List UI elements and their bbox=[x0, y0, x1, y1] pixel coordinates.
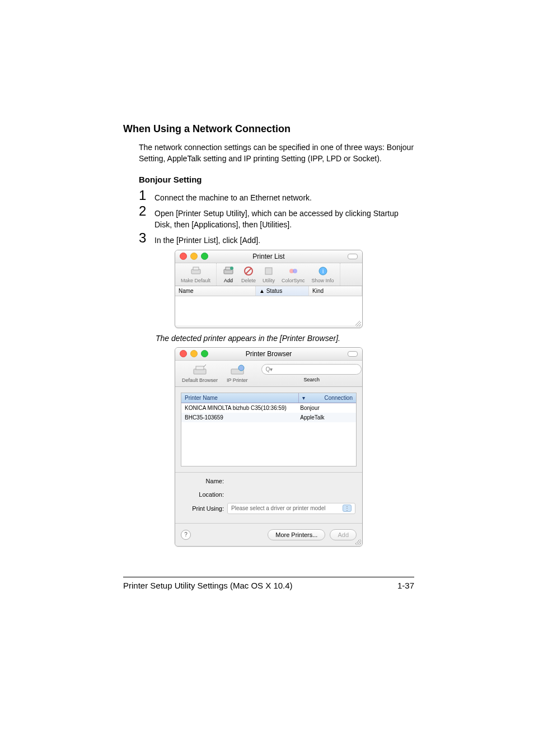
step-text: Open [Printer Setup Utility], which can … bbox=[154, 204, 414, 231]
more-printers-button[interactable]: More Printers... bbox=[268, 529, 325, 540]
svg-rect-7 bbox=[265, 268, 272, 274]
print-using-select[interactable]: Please select a driver or printer model … bbox=[227, 503, 355, 514]
toolbar-toggle-icon[interactable] bbox=[348, 351, 358, 357]
utility-icon bbox=[263, 265, 275, 277]
toolbar-toggle-icon[interactable] bbox=[348, 254, 358, 259]
resize-grip-icon[interactable] bbox=[355, 321, 361, 326]
search-label: Search bbox=[303, 377, 320, 382]
name-field bbox=[227, 476, 355, 486]
figure-caption: The detected printer appears in the [Pri… bbox=[156, 334, 414, 343]
add-button[interactable]: Add bbox=[219, 264, 238, 284]
col-kind[interactable]: Kind bbox=[309, 286, 362, 296]
delete-icon bbox=[242, 265, 255, 277]
col-status[interactable]: ▲ Status bbox=[256, 286, 309, 296]
col-name[interactable]: Name bbox=[175, 286, 256, 296]
colorsync-icon bbox=[287, 265, 299, 277]
help-button[interactable]: ? bbox=[181, 530, 191, 540]
svg-point-4 bbox=[230, 267, 233, 270]
section-heading: When Using a Network Connection bbox=[123, 123, 414, 135]
add-printer-icon bbox=[222, 265, 235, 277]
make-default-button[interactable]: Make Default bbox=[177, 264, 214, 284]
zoom-icon[interactable] bbox=[201, 350, 208, 357]
step-number: 3 bbox=[139, 231, 154, 245]
titlebar: Printer Browser bbox=[175, 348, 362, 361]
step-number: 1 bbox=[139, 189, 154, 202]
svg-point-9 bbox=[293, 269, 297, 273]
table-header: Name ▲ Status Kind bbox=[175, 286, 362, 296]
colorsync-button[interactable]: ColorSync bbox=[278, 264, 308, 284]
titlebar: Printer List bbox=[175, 250, 362, 263]
name-label: Name: bbox=[182, 478, 224, 484]
printer-icon bbox=[190, 265, 202, 277]
show-info-button[interactable]: i Show Info bbox=[308, 264, 338, 284]
list-item[interactable]: BHC35-103659 AppleTalk bbox=[181, 413, 356, 422]
resize-grip-icon[interactable] bbox=[355, 539, 361, 545]
add-button[interactable]: Add bbox=[330, 529, 357, 540]
location-label: Location: bbox=[182, 491, 224, 498]
close-icon[interactable] bbox=[180, 253, 187, 260]
step-1: 1 Connect the machine to an Ethernet net… bbox=[139, 189, 414, 203]
printer-list: Printer Name ▾Connection KONICA MINOLTA … bbox=[181, 393, 357, 466]
utility-button[interactable]: Utility bbox=[259, 264, 278, 284]
step-3: 3 In the [Printer List], click [Add]. bbox=[139, 231, 414, 246]
printer-list-window: Printer List Make Default Add bbox=[175, 250, 363, 328]
delete-button[interactable]: Delete bbox=[238, 264, 259, 284]
subsection-heading: Bonjour Setting bbox=[139, 175, 414, 184]
search-loupe-icon: Q▾ bbox=[265, 366, 273, 372]
col-connection[interactable]: ▾Connection bbox=[298, 393, 356, 403]
search-input[interactable]: Q▾ bbox=[261, 364, 362, 375]
step-number: 2 bbox=[139, 204, 154, 218]
print-using-label: Print Using: bbox=[182, 505, 224, 512]
svg-rect-1 bbox=[193, 267, 199, 270]
minimize-icon[interactable] bbox=[190, 253, 198, 260]
list-item[interactable]: KONICA MINOLTA bizhub C35(10:36:59) Bonj… bbox=[181, 403, 356, 413]
tab-ip-printer[interactable]: IP Printer bbox=[224, 363, 250, 384]
step-text: In the [Printer List], click [Add]. bbox=[154, 231, 260, 246]
ip-printer-icon bbox=[229, 364, 245, 376]
step-2: 2 Open [Printer Setup Utility], which ca… bbox=[139, 204, 414, 231]
footer-page-number: 1-37 bbox=[397, 581, 414, 590]
location-field bbox=[227, 489, 355, 500]
tab-default-browser[interactable]: Default Browser bbox=[180, 363, 220, 384]
info-icon: i bbox=[317, 265, 329, 277]
footer-rule bbox=[123, 577, 414, 577]
step-text: Connect the machine to an Ethernet netwo… bbox=[154, 189, 312, 203]
col-printer-name[interactable]: Printer Name bbox=[181, 393, 298, 403]
updown-icon: ⋮ bbox=[343, 505, 352, 512]
footer-left: Printer Setup Utility Settings (Mac OS X… bbox=[123, 581, 293, 590]
table-body-empty bbox=[175, 296, 362, 325]
close-icon[interactable] bbox=[180, 350, 187, 357]
svg-rect-13 bbox=[196, 366, 204, 370]
svg-point-15 bbox=[238, 365, 244, 371]
default-browser-icon bbox=[192, 364, 208, 376]
zoom-icon[interactable] bbox=[201, 253, 208, 260]
printer-browser-window: Printer Browser Default Browser IP Print… bbox=[175, 347, 363, 547]
minimize-icon[interactable] bbox=[190, 350, 198, 357]
svg-text:i: i bbox=[322, 268, 323, 274]
section-body: The network connection settings can be s… bbox=[139, 142, 414, 165]
svg-line-6 bbox=[246, 268, 251, 274]
